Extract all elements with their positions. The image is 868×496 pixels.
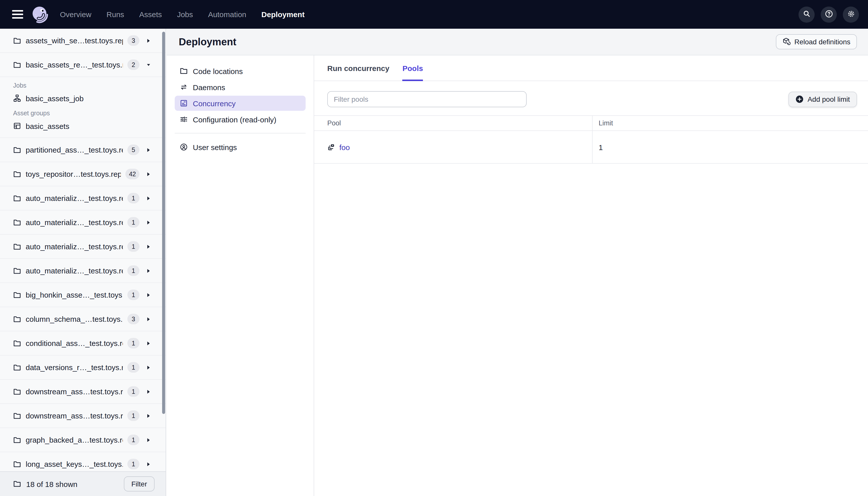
pool-link[interactable]: foo <box>340 143 350 151</box>
chevron-right-icon[interactable] <box>146 268 151 273</box>
code-location-item[interactable]: toys_repositor…test.toys.repo42 <box>0 162 165 186</box>
folder-icon <box>13 339 21 347</box>
chevron-right-icon[interactable] <box>146 389 151 394</box>
reload-definitions-button[interactable]: Reload definitions <box>776 34 857 49</box>
asset-group-item[interactable]: basic_assets <box>0 118 165 134</box>
folder-icon <box>13 218 21 226</box>
chevron-right-icon[interactable] <box>146 341 151 346</box>
chevron-right-icon[interactable] <box>146 462 151 467</box>
code-location-label: auto_materializ…_test.toys.repo <box>26 194 123 202</box>
folder-icon <box>13 363 21 371</box>
user-icon <box>180 143 188 151</box>
sliders-icon <box>180 115 188 123</box>
count-badge: 42 <box>125 169 140 179</box>
code-location-item[interactable]: auto_materializ…_test.toys.repo1 <box>0 259 165 283</box>
code-location-label: auto_materializ…_test.toys.repo <box>26 218 123 227</box>
tab-run-concurrency[interactable]: Run concurrency <box>327 56 390 81</box>
count-badge: 1 <box>127 217 140 228</box>
job-item[interactable]: basic_assets_job <box>0 91 165 106</box>
pool-cell: foo <box>314 131 592 163</box>
folder-icon <box>13 412 21 420</box>
folder-icon <box>13 387 21 396</box>
filter-pools-input[interactable] <box>327 91 527 107</box>
gear-button[interactable] <box>843 6 859 22</box>
nav-item-assets[interactable]: Assets <box>139 10 162 19</box>
add-pool-limit-button[interactable]: Add pool limit <box>788 91 857 107</box>
job-icon <box>13 94 21 102</box>
deployment-nav-item-configuration[interactable]: Configuration (read-only) <box>175 112 305 127</box>
code-location-label: big_honkin_asse…_test.toys.rep <box>26 291 123 299</box>
deployment-nav-item-user-settings[interactable]: User settings <box>175 139 305 155</box>
pool-layers-icon <box>327 143 335 151</box>
count-badge: 1 <box>127 338 140 348</box>
chevron-right-icon[interactable] <box>146 196 151 201</box>
search-button[interactable] <box>799 6 815 22</box>
chevron-right-icon[interactable] <box>146 147 151 152</box>
code-location-item[interactable]: auto_materializ…_test.toys.repo1 <box>0 211 165 235</box>
help-button[interactable] <box>821 6 837 22</box>
chevron-right-icon[interactable] <box>146 413 151 418</box>
chevron-right-icon[interactable] <box>146 316 151 322</box>
folder-icon <box>13 460 21 468</box>
chevron-right-icon[interactable] <box>146 244 151 249</box>
item-label: basic_assets <box>26 122 69 130</box>
code-location-item[interactable]: downstream_ass…test.toys.rep1 <box>0 380 165 404</box>
main-panel: Deployment Reload definitions Code locat… <box>167 29 868 496</box>
code-location-item[interactable]: basic_assets_re…_test.toys.rep2 <box>0 53 165 77</box>
code-location-list: assets_with_se…test.toys.repo3basic_asse… <box>0 29 165 471</box>
deployment-nav-item-concurrency[interactable]: Concurrency <box>175 96 305 111</box>
tab-pools[interactable]: Pools <box>403 56 423 81</box>
count-badge: 2 <box>127 59 140 70</box>
app-window: OverviewRunsAssetsJobsAutomationDeployme… <box>0 0 868 496</box>
chevron-right-icon[interactable] <box>146 220 151 225</box>
count-badge: 1 <box>127 193 140 203</box>
code-location-item[interactable]: big_honkin_asse…_test.toys.rep1 <box>0 283 165 307</box>
code-location-item[interactable]: auto_materializ…_test.toys.repo1 <box>0 235 165 259</box>
chevron-right-icon[interactable] <box>146 38 151 43</box>
top-nav: OverviewRunsAssetsJobsAutomationDeployme… <box>0 0 868 29</box>
menu-button[interactable] <box>12 10 23 19</box>
code-location-item[interactable]: auto_materializ…_test.toys.repo1 <box>0 186 165 211</box>
nav-item-deployment[interactable]: Deployment <box>261 10 305 19</box>
sidebar-footer: 18 of 18 shown Filter <box>0 471 165 496</box>
code-location-label: auto_materializ…_test.toys.repo <box>26 242 123 251</box>
code-location-item[interactable]: long_asset_keys…_test.toys.re1 <box>0 452 165 471</box>
code-location-item[interactable]: assets_with_se…test.toys.repo3 <box>0 29 165 53</box>
folder-icon <box>180 67 188 75</box>
code-location-label: downstream_ass…test.toys.rep <box>26 387 123 396</box>
deployment-nav-label: Code locations <box>193 67 243 75</box>
deployment-nav-item-code[interactable]: Code locations <box>175 63 305 79</box>
code-location-label: column_schema_…test.toys.rep <box>26 315 123 323</box>
page-title: Deployment <box>179 36 236 48</box>
code-location-item[interactable]: data_versions_r…_test.toys.rep1 <box>0 356 165 380</box>
chevron-right-icon[interactable] <box>146 437 151 443</box>
folder-icon <box>13 194 21 202</box>
code-location-item[interactable]: conditional_ass…_test.toys.repo1 <box>0 331 165 356</box>
reload-definitions-label: Reload definitions <box>794 38 850 46</box>
nav-item-automation[interactable]: Automation <box>208 10 247 19</box>
code-location-item[interactable]: partitioned_ass…_test.toys.rep5 <box>0 138 165 162</box>
folder-icon <box>13 146 21 154</box>
chevron-right-icon[interactable] <box>146 292 151 297</box>
column-header-pool: Pool <box>314 116 592 130</box>
filter-button[interactable]: Filter <box>124 476 155 492</box>
chevron-right-icon[interactable] <box>146 171 151 176</box>
code-location-item[interactable]: downstream_ass…test.toys.rep1 <box>0 404 165 428</box>
deployment-content: Code locationsDaemonsConcurrencyConfigur… <box>167 56 868 496</box>
code-location-item[interactable]: graph_backed_a…test.toys.repo1 <box>0 428 165 452</box>
count-badge: 5 <box>127 144 140 155</box>
item-label: basic_assets_job <box>26 94 83 103</box>
table-header-row: PoolLimit <box>314 116 868 131</box>
code-location-item[interactable]: column_schema_…test.toys.rep3 <box>0 307 165 331</box>
sidebar-scrollbar[interactable] <box>162 32 165 414</box>
deployment-nav-label: Configuration (read-only) <box>193 115 277 124</box>
chevron-right-icon[interactable] <box>146 365 151 370</box>
reload-package-icon <box>782 37 790 47</box>
top-nav-actions <box>799 6 859 22</box>
nav-item-overview[interactable]: Overview <box>60 10 91 19</box>
deployment-nav-item-daemons[interactable]: Daemons <box>175 80 305 95</box>
chevron-down-icon[interactable] <box>146 62 151 67</box>
nav-item-runs[interactable]: Runs <box>107 10 124 19</box>
nav-item-jobs[interactable]: Jobs <box>177 10 193 19</box>
concurrency-icon <box>180 99 188 107</box>
